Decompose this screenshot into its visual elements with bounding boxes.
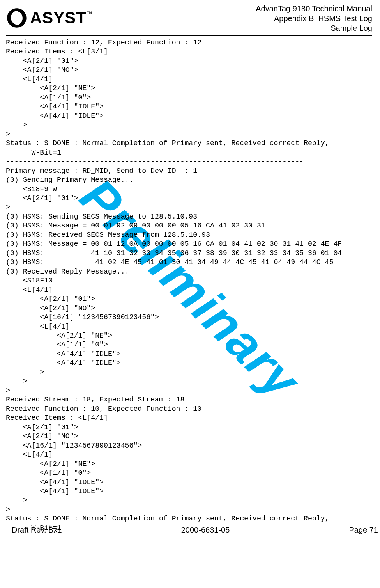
page-footer: Draft Rev. Bx1 2000-6631-05 Page 71	[12, 526, 378, 535]
logo-swirl-icon	[6, 7, 28, 29]
doc-title: AdvanTag 9180 Technical Manual	[256, 4, 372, 14]
footer-revision: Draft Rev. Bx1	[12, 526, 62, 535]
doc-subtitle-2: Sample Log	[256, 23, 372, 33]
doc-subtitle-1: Appendix B: HSMS Test Log	[256, 14, 372, 23]
logo-name: ASYST	[30, 9, 87, 27]
trademark-icon: ™	[87, 10, 92, 16]
page-header: ASYST™ AdvanTag 9180 Technical Manual Ap…	[6, 4, 372, 36]
logo-text: ASYST™	[30, 10, 92, 26]
log-body: Received Function : 12, Expected Functio…	[6, 38, 372, 533]
header-titles: AdvanTag 9180 Technical Manual Appendix …	[256, 4, 372, 33]
footer-page-number: Page 71	[349, 526, 378, 535]
footer-doc-number: 2000-6631-05	[181, 526, 230, 535]
company-logo: ASYST™	[6, 4, 92, 29]
document-page: Preliminary ASYST™ AdvanTag 9180 Technic…	[0, 0, 380, 588]
